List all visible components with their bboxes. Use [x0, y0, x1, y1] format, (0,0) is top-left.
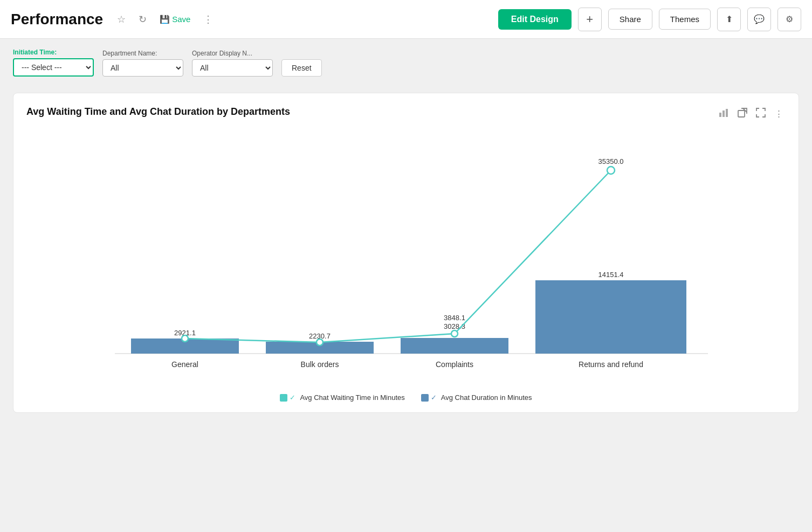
bar-label-complaints-line: 3848.1	[444, 314, 465, 322]
line-label-returns: 35350.0	[598, 157, 624, 165]
svg-rect-3	[738, 110, 745, 117]
cat-label-bulk: Bulk orders	[301, 360, 339, 369]
dot-bulk	[316, 339, 323, 346]
chart-header-icons: ⋮	[716, 106, 786, 122]
svg-rect-0	[719, 113, 721, 117]
reset-button[interactable]: Reset	[281, 59, 322, 77]
svg-rect-1	[722, 110, 725, 117]
operator-label: Operator Display N...	[192, 50, 273, 57]
dot-complaints	[451, 330, 458, 337]
legend-waiting-label: Avg Chat Waiting Time in Minutes	[300, 393, 404, 402]
export-icon: ⬆	[726, 14, 733, 24]
add-button[interactable]: +	[578, 8, 602, 31]
expand-icon[interactable]	[754, 107, 768, 121]
filters-bar: Initiated Time: --- Select --- Departmen…	[0, 39, 812, 84]
save-button[interactable]: 💾 Save	[156, 12, 194, 26]
header: Performance ☆ ↻ 💾 Save ⋮ Edit Design + S…	[0, 0, 812, 39]
page-title: Performance	[11, 11, 103, 28]
bar-returns	[535, 280, 686, 354]
department-label: Department Name:	[102, 50, 183, 57]
department-filter: Department Name: All	[102, 50, 183, 77]
dot-returns	[607, 167, 615, 174]
department-select[interactable]: All	[102, 59, 183, 77]
chart-legend: ✓ Avg Chat Waiting Time in Minutes ✓ Avg…	[26, 393, 786, 402]
legend-waiting-time: ✓ Avg Chat Waiting Time in Minutes	[280, 393, 404, 402]
settings-icon: ⚙	[786, 14, 793, 24]
external-link-icon[interactable]	[735, 107, 749, 121]
chart-svg: 2921.1 2230.7 3848.1 3028.3 14151.4	[26, 127, 786, 386]
edit-design-button[interactable]: Edit Design	[498, 9, 572, 30]
legend-duration-label: Avg Chat Duration in Minutes	[441, 393, 532, 402]
export-button[interactable]: ⬆	[717, 8, 741, 31]
chart-more-options[interactable]: ⋮	[772, 107, 786, 121]
dot-general	[182, 335, 188, 342]
chart-container: Avg Waiting Time and Avg Chat Duration b…	[13, 93, 799, 413]
more-options-button[interactable]: ⋮	[200, 11, 216, 27]
bar-label-returns: 14151.4	[598, 271, 624, 279]
legend-waiting-color	[280, 394, 287, 402]
cat-label-complaints: Complaints	[436, 360, 473, 369]
operator-select[interactable]: All	[192, 59, 273, 77]
save-icon: 💾	[160, 15, 170, 24]
legend-duration-color	[421, 394, 429, 402]
legend-duration: ✓ Avg Chat Duration in Minutes	[421, 393, 532, 402]
bar-complaints	[401, 338, 508, 354]
favorite-button[interactable]: ☆	[114, 11, 129, 27]
refresh-button[interactable]: ↻	[135, 11, 150, 27]
chart-title: Avg Waiting Time and Avg Chat Duration b…	[26, 106, 290, 118]
initiated-time-filter: Initiated Time: --- Select ---	[13, 49, 94, 77]
initiated-time-label: Initiated Time:	[13, 49, 94, 56]
chart-header: Avg Waiting Time and Avg Chat Duration b…	[26, 106, 786, 122]
cat-label-returns: Returns and refund	[579, 360, 643, 369]
operator-filter: Operator Display N... All	[192, 50, 273, 77]
svg-rect-2	[726, 109, 728, 117]
chart-svg-wrapper: 2921.1 2230.7 3848.1 3028.3 14151.4	[26, 127, 786, 388]
cat-label-general: General	[171, 360, 198, 369]
bar-chart-icon[interactable]	[716, 106, 731, 122]
initiated-time-select[interactable]: --- Select ---	[13, 58, 94, 77]
share-button[interactable]: Share	[608, 9, 652, 30]
settings-button[interactable]: ⚙	[777, 8, 801, 31]
themes-button[interactable]: Themes	[659, 9, 711, 30]
comment-button[interactable]: 💬	[747, 8, 771, 31]
comment-icon: 💬	[754, 14, 765, 24]
